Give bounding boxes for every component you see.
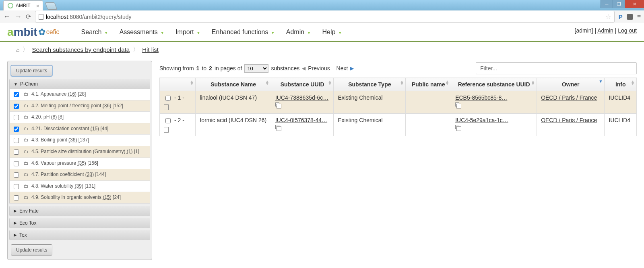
- next-link[interactable]: Next: [336, 65, 348, 72]
- tree-row[interactable]: 🗀4.1. Appearance (16) [28]: [10, 89, 150, 100]
- bookmark-star-icon[interactable]: ☆: [605, 13, 611, 20]
- endpoint-checkbox[interactable]: [14, 127, 19, 132]
- window-minimize-button[interactable]: ─: [601, 0, 613, 8]
- tree-row[interactable]: 🗀4.8. Water solubility (39) [131]: [10, 181, 150, 192]
- menu-assessments[interactable]: Assessments ▼: [114, 29, 170, 36]
- prev-arrow-icon[interactable]: ◀: [302, 65, 305, 71]
- owner-link[interactable]: OECD / Paris / France: [541, 117, 597, 123]
- page-icon: [39, 14, 43, 20]
- reference-uuid-link[interactable]: ECB5-8565bc85-8…: [455, 94, 507, 101]
- new-tab-button[interactable]: [45, 2, 57, 10]
- endpoint-checkbox[interactable]: [14, 115, 19, 120]
- copy-icon[interactable]: [275, 125, 279, 129]
- endpoint-checkbox[interactable]: [14, 184, 19, 189]
- column-header[interactable]: Substance UUID▲▼: [271, 78, 333, 91]
- menu-admin[interactable]: Admin ▼: [281, 29, 317, 36]
- folder-icon: 🗀: [24, 137, 28, 142]
- previous-link[interactable]: Previous: [308, 65, 330, 72]
- sort-icon: ▲▼: [400, 80, 404, 85]
- tree-row[interactable]: 🗀4.5. Particle size distribution (Granul…: [10, 146, 150, 158]
- info-cell: IUCLID4: [605, 91, 637, 114]
- chevron-down-icon: ▼: [307, 31, 311, 35]
- tree-label: 4.6. Vapour pressure (35) [156]: [31, 160, 146, 167]
- current-user: [admin]: [575, 27, 593, 34]
- page-size-select[interactable]: 10: [244, 64, 268, 73]
- tree-label: 4.8. Water solubility (39) [131]: [31, 183, 146, 190]
- folder-icon: 🗀: [24, 161, 28, 166]
- section-header-ecotox[interactable]: ▶Eco Tox: [10, 218, 150, 228]
- section-header-pchem[interactable]: ▼ P-Chem: [10, 79, 150, 89]
- breadcrumb-search-link[interactable]: Search substances by endpoint data: [32, 46, 130, 53]
- row-checkbox[interactable]: [165, 118, 171, 123]
- filter-input[interactable]: [476, 62, 637, 74]
- admin-link[interactable]: Admin: [597, 27, 613, 34]
- menu-help[interactable]: Help ▼: [316, 29, 347, 36]
- extension-icon[interactable]: [627, 14, 633, 20]
- tree-row[interactable]: 🗀4.9. Solubility in organic solvents (15…: [10, 192, 150, 204]
- column-header[interactable]: Substance Name▲▼: [196, 78, 271, 91]
- window-close-button[interactable]: ✕: [625, 0, 644, 8]
- tree-row[interactable]: 🗀4.3. Boiling point (36) [137]: [10, 135, 150, 146]
- public-name: [406, 91, 451, 114]
- endpoint-checkbox[interactable]: [14, 172, 19, 178]
- section-header-tox[interactable]: ▶Tox: [10, 230, 150, 240]
- chevron-right-icon: ▶: [14, 209, 17, 213]
- column-header[interactable]: Owner▼: [537, 78, 605, 91]
- menu-search[interactable]: Search ▼: [76, 29, 114, 36]
- window-maximize-button[interactable]: ❐: [613, 0, 625, 8]
- endpoint-checkbox[interactable]: [14, 138, 19, 143]
- endpoint-checkbox[interactable]: [14, 161, 19, 166]
- endpoint-checkbox[interactable]: [14, 104, 19, 109]
- next-arrow-icon[interactable]: ▶: [350, 65, 354, 71]
- column-header[interactable]: ▲▼: [160, 78, 196, 91]
- tree-label: 4.3. Boiling point (36) [137]: [31, 137, 146, 143]
- nav-forward-icon[interactable]: →: [14, 12, 22, 21]
- endpoint-checkbox[interactable]: [14, 149, 19, 155]
- tree-row[interactable]: 🗀4.7. Partition coeffcicient (33) [144]: [10, 169, 150, 181]
- column-header[interactable]: Substance Type▲▼: [334, 78, 406, 91]
- copy-icon[interactable]: [455, 125, 459, 129]
- section-header-envfate[interactable]: ▶Env Fate: [10, 206, 150, 216]
- logout-link[interactable]: Log out: [618, 27, 637, 34]
- endpoint-checkbox[interactable]: [14, 92, 19, 97]
- row-checkbox[interactable]: [165, 96, 171, 101]
- home-icon[interactable]: ⌂: [16, 47, 19, 53]
- sort-icon: ▼: [599, 80, 603, 83]
- filter-sidebar: Update results ▼ P-Chem 🗀4.1. Appearance…: [7, 61, 152, 260]
- update-results-button[interactable]: Update results: [11, 65, 52, 76]
- reference-uuid-link[interactable]: IUC4-5e29a1ca-1c…: [455, 117, 508, 123]
- chevron-right-icon: ▶: [14, 221, 17, 225]
- chrome-menu-icon[interactable]: ≡: [637, 13, 641, 20]
- tree-row[interactable]: 🗀4.21. Dissociation constant (15) [44]: [10, 123, 150, 135]
- column-header[interactable]: Info▲▼: [605, 78, 637, 91]
- tree-row[interactable]: 🗀4.6. Vapour pressure (35) [156]: [10, 158, 150, 170]
- row-number: - 2 -: [174, 117, 184, 123]
- nav-back-icon[interactable]: ←: [3, 12, 10, 21]
- menu-import[interactable]: Import ▼: [170, 29, 206, 36]
- substance-uuid-link[interactable]: IUC4-0f576378-44…: [275, 117, 327, 123]
- document-icon[interactable]: [164, 127, 169, 133]
- copy-icon[interactable]: [275, 102, 279, 106]
- substance-uuid-link[interactable]: IUC4-7388635d-6c…: [275, 94, 328, 101]
- column-header[interactable]: Public name▲▼: [406, 78, 451, 91]
- tree-label: 4.1. Appearance (16) [28]: [31, 91, 146, 98]
- url-input[interactable]: localhost:8080/ambit2/query/study ☆: [35, 11, 615, 23]
- endpoint-checkbox[interactable]: [14, 195, 19, 200]
- owner-link[interactable]: OECD / Paris / France: [541, 94, 597, 101]
- browser-tab[interactable]: AMBIT ×: [3, 0, 43, 10]
- copy-icon[interactable]: [455, 102, 459, 106]
- folder-icon: 🗀: [24, 126, 28, 131]
- reload-icon[interactable]: ⟳: [26, 13, 31, 20]
- profile-icon[interactable]: P: [619, 13, 623, 20]
- url-text: localhost:8080/ambit2/query/study: [46, 14, 603, 20]
- document-icon[interactable]: [164, 104, 169, 110]
- tree-row[interactable]: 🗀4.2. Melting point / freezing point (36…: [10, 100, 150, 112]
- breadcrumb-hitlist-link[interactable]: Hit list: [142, 46, 159, 53]
- column-header[interactable]: Reference substance UUID▲▼: [451, 78, 537, 91]
- update-results-button-bottom[interactable]: Update results: [11, 244, 52, 256]
- tab-close-icon[interactable]: ×: [36, 3, 39, 9]
- menu-enhanced-functions[interactable]: Enhanced functions ▼: [206, 29, 281, 36]
- tree-row[interactable]: 🗀4.20. pH (8) [8]: [10, 112, 150, 123]
- section-label: P-Chem: [20, 81, 38, 87]
- chevron-down-icon: ▼: [271, 31, 275, 35]
